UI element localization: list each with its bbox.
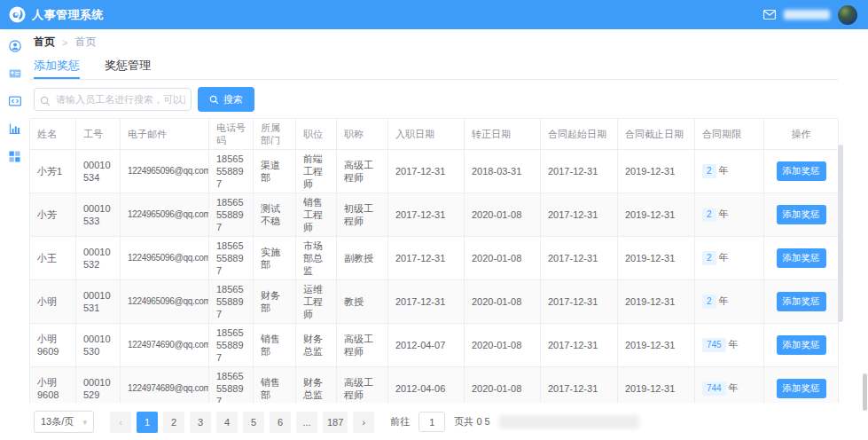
page-button-5[interactable]: 5 [243,412,264,433]
duration-badge: 2 [702,251,716,265]
user-circle-icon[interactable] [9,40,21,52]
bar-chart-icon[interactable] [9,122,21,135]
cell-actions: 添加奖惩 [764,150,839,193]
cell-duration: 744 年 [695,367,764,404]
add-reward-button[interactable]: 添加奖惩 [777,335,826,355]
page-button-2[interactable]: 2 [163,412,184,433]
cell-position: 财务总监 [296,367,337,404]
cell-hire-date: 2017-12-31 [388,280,465,324]
window-scrollbar[interactable] [863,373,867,411]
add-reward-button[interactable]: 添加奖惩 [777,248,826,268]
cell-regular-date: 2020-01-08 [465,193,541,237]
cell-position: 前端工程师 [296,150,337,193]
cell-duration: 2 年 [695,150,764,193]
tab-bar: 添加奖惩 奖惩管理 [29,58,838,80]
duration-unit: 年 [719,208,729,219]
cell-id: 00010533 [76,193,121,237]
cell-hire-date: 2017-12-31 [388,193,465,237]
cell-regular-date: 2020-01-08 [465,367,541,404]
search-button-label: 搜索 [223,93,243,106]
add-reward-button[interactable]: 添加奖惩 [777,161,826,181]
search-button[interactable]: 搜索 [198,87,254,112]
brand[interactable]: 人事管理系统 [9,6,104,23]
cell-position: 财务总监 [296,324,337,367]
prev-page-button[interactable]: ‹ [110,412,131,433]
col-hire-date: 入职日期 [388,119,465,150]
cell-actions: 添加奖惩 [764,193,839,237]
cell-contract-end: 2019-12-31 [618,237,695,280]
cell-hire-date: 2017-12-31 [388,237,465,280]
cell-name: 小芳 [30,193,76,237]
user-avatar[interactable] [838,5,857,25]
cell-email: 1224965096@qq.com [121,193,209,237]
cell-regular-date: 2020-01-08 [465,237,541,280]
cell-contract-start: 2017-12-31 [541,237,618,280]
add-reward-button[interactable]: 添加奖惩 [777,379,826,398]
breadcrumb-home[interactable]: 首页 [34,35,55,50]
duration-unit: 年 [719,252,729,263]
duration-badge: 745 [702,338,726,352]
sidebar-nav [0,29,29,440]
more-pages-button[interactable]: ... [296,412,317,433]
table-row: 小芳 00010533 1224965096@qq.com 1856555889… [30,193,839,237]
page-size-select[interactable]: 13条/页 ▾ [34,411,94,433]
cell-id: 00010529 [76,367,121,404]
col-regular-date: 转正日期 [465,119,541,150]
cell-name: 小明 [30,280,76,324]
tab-manage-reward[interactable]: 奖惩管理 [105,58,151,79]
search-button-icon [209,95,219,105]
cell-contract-start: 2017-12-31 [541,367,618,404]
goto-page-input[interactable] [418,412,445,432]
cell-duration: 2 年 [695,237,764,280]
cell-duration: 2 年 [695,193,764,237]
cell-phone: 18565558897 [209,193,254,237]
cell-dept: 渠道部 [254,150,296,193]
search-input[interactable] [34,88,192,111]
col-id: 工号 [76,119,121,150]
cell-title: 初级工程师 [337,193,388,237]
page-button-6[interactable]: 6 [270,412,291,433]
cell-title: 高级工程师 [337,367,388,404]
page-button-1[interactable]: 1 [137,412,158,433]
cell-email: 1224974690@qq.com [121,324,209,367]
cell-position: 销售工程师 [296,193,337,237]
cell-title: 高级工程师 [337,324,388,367]
page-buttons: 123456...187 [137,412,348,433]
duration-unit: 年 [719,295,729,306]
cell-actions: 添加奖惩 [764,367,839,404]
col-title: 职称 [337,119,388,150]
cell-contract-end: 2019-12-31 [618,193,695,237]
cell-contract-end: 2019-12-31 [618,324,695,367]
grid-icon[interactable] [9,150,21,162]
duration-badge: 744 [702,381,726,396]
cell-id: 00010532 [76,237,121,280]
code-icon[interactable] [9,95,21,107]
page-button-187[interactable]: 187 [323,412,348,433]
cell-actions: 添加奖惩 [764,280,839,324]
cell-id: 00010530 [76,324,121,367]
cell-id: 00010531 [76,280,121,324]
col-duration: 合同期限 [695,119,764,150]
add-reward-button[interactable]: 添加奖惩 [777,205,826,224]
table-row: 小明9608 00010529 1224974689@qq.com 185655… [30,367,839,404]
id-card-icon[interactable] [9,67,21,80]
redacted-user-email [784,10,830,20]
cell-duration: 2 年 [695,280,764,324]
cell-regular-date: 2018-03-31 [465,150,541,193]
page-button-4[interactable]: 4 [216,412,238,433]
cell-name: 小明9609 [30,324,76,367]
table-row: 小明9609 00010530 1224974690@qq.com 185655… [30,324,839,367]
next-page-button[interactable]: › [353,412,374,433]
table-header: 姓名 工号 电子邮件 电话号码 所属部门 职位 职称 入职日期 转正日期 合同起… [30,119,839,150]
cell-dept: 实施部 [254,237,296,280]
chevron-down-icon: ▾ [82,418,87,427]
table-scrollbar[interactable] [838,145,843,322]
main-content: 首页 > 首页 添加奖惩 奖惩管理 搜索 [29,29,847,440]
mail-icon[interactable] [763,10,776,20]
table-body: 小芳1 00010534 1224965096@qq.com 185655588… [30,150,839,404]
page-button-3[interactable]: 3 [190,412,211,433]
add-reward-button[interactable]: 添加奖惩 [777,292,826,311]
tab-add-reward[interactable]: 添加奖惩 [34,58,80,79]
table-row: 小明 00010531 1224965096@qq.com 1856555889… [30,280,839,324]
col-contract-end: 合同截止日期 [618,119,695,150]
